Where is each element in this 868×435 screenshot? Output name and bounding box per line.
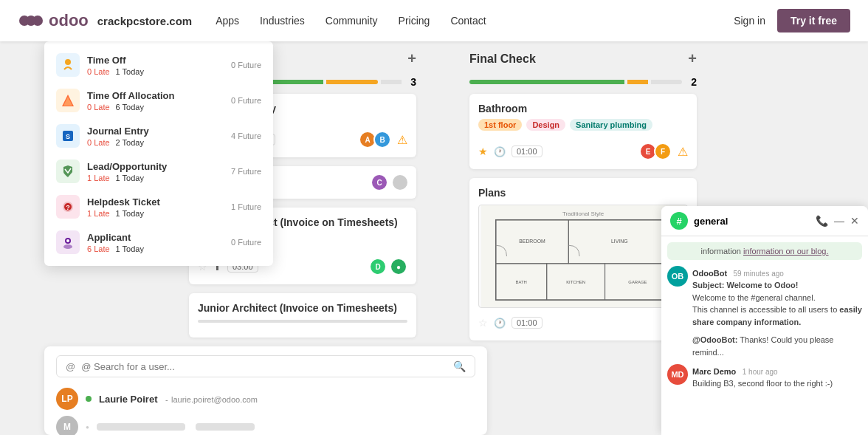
allocation-icon [56,89,80,112]
dropdown-item-allocation[interactable]: Time Off Allocation 0 Late 6 Today 0 Fut… [44,83,273,118]
dropdown-item-journal[interactable]: S Journal Entry 0 Late 2 Today 4 Future [44,118,273,154]
progress-orange [627,80,648,84]
chat-panel: # general 📞 — ✕ information information … [661,206,868,435]
stat-today: 2 Today [116,138,144,147]
progress-empty [381,80,402,84]
tag-design: Design [526,119,565,131]
result-info: Laurie Poiret - laurie.poiret@odoo.com [99,392,258,405]
final-progress-bar: 2 [458,76,709,94]
domain-label: crackpcstore.com [97,15,192,27]
dropdown-item-helpdesk[interactable]: ? Helpdesk Ticket 1 Late 1 Today 1 Futur… [44,189,273,225]
add-card-in-progress[interactable]: + [407,50,416,67]
star-filled-icon[interactable]: ★ [478,145,488,157]
odobot-msg: Subject: Welcome to Odoo! Welcome to the… [692,279,862,328]
journal-icon: S [56,124,80,148]
plans-title: Plans [478,187,688,199]
stat-future: 7 Future [231,167,261,176]
col-header-final: Final Check + [458,41,709,76]
result-name-placeholder [97,423,185,431]
chat-header: # general 📞 — ✕ [661,206,868,236]
stat-today: 1 Today [116,67,144,76]
delivery-controls: C [371,174,407,191]
odobot-subject: Subject: Welcome to Odoo! [692,281,798,290]
online-indicator-2: ● [86,424,89,431]
odobot-msg1: Welcome to the #general channel. [692,293,816,302]
card-bathroom: Bathroom 1st floor Design Sanitary plumb… [469,94,697,169]
search-result-2[interactable]: M ● [56,413,475,435]
item-title: Time Off Allocation [87,90,224,101]
dropdown-info-allocation: Time Off Allocation 0 Late 6 Today [87,90,224,112]
stat-future: 1 Future [231,202,261,211]
signin-button[interactable]: Sign in [734,15,765,27]
logo: odoo [18,7,89,34]
search-result-1[interactable]: LP Laurie Poiret - laurie.poiret@odoo.co… [56,385,475,413]
stat-late: 6 Late [87,244,110,253]
close-icon[interactable]: ✕ [850,215,859,227]
plans-footer: ☆ 🕐 01:00 G [478,314,688,332]
result-email-placeholder [196,423,255,431]
dropdown-info-journal: Journal Entry 0 Late 2 Today [87,126,224,147]
nav-apps[interactable]: Apps [216,15,239,27]
navbar: odoo crackpcstore.com Apps Industries Co… [0,0,868,41]
add-card-final[interactable]: + [688,50,697,67]
minimize-icon[interactable]: — [834,215,844,227]
activity-dropdown: Time Off 0 Late 1 Today 0 Future Time Of… [44,41,273,266]
dropdown-item-applicant[interactable]: Applicant 6 Late 1 Today 0 Future [44,225,273,260]
nav-pricing[interactable]: Pricing [399,15,430,27]
toggle[interactable] [393,175,407,190]
col-count-final: 2 [691,76,697,88]
nav-contact[interactable]: Contact [450,15,486,27]
card-avatars: A B [359,131,391,148]
stat-today: 6 Today [116,103,144,112]
stat-today: 1 Today [116,244,144,253]
odobot-bubble: OdooBot 59 minutes ago Subject: Welcome … [692,266,862,328]
svg-text:BATH: BATH [516,280,527,284]
card-junior-architect: Junior Architect (Invoice on Timesheets) [189,293,416,338]
svg-text:?: ? [66,204,70,211]
search-area: @ 🔍 LP Laurie Poiret - laurie.poiret@odo… [44,346,487,435]
svg-text:BEDROOM: BEDROOM [519,239,545,244]
stat-late: 1 Late [87,209,110,218]
item-title: Helpdesk Ticket [87,196,224,208]
try-free-button[interactable]: Try it free [777,9,850,32]
avatar-bath2: F [654,143,672,160]
plans-clock: 🕐 [494,318,506,329]
plans-star[interactable]: ☆ [478,317,488,329]
nav-industries[interactable]: Industries [260,15,305,27]
chat-channel-name: general [694,216,816,227]
notification-link[interactable]: information on our blog. [743,247,829,256]
marc-bubble: Marc Demo 1 hour ago Building B3, second… [692,364,862,390]
svg-text:GARAGE: GARAGE [628,280,647,284]
svg-point-2 [26,16,36,26]
online-indicator [86,396,92,402]
chat-notification: information information on our blog. [667,242,862,260]
lead-icon [56,160,80,183]
dropdown-item-time-off[interactable]: Time Off 0 Late 1 Today 0 Future [44,47,273,83]
dropdown-info-lead: Lead/Opportunity 1 Late 1 Today [87,161,224,182]
chat-msg-odobot2: @OdooBot: Thanks! Could you please remin… [667,334,862,358]
result-separator: - [165,395,168,404]
avatar-2: B [373,131,391,148]
search-bar[interactable]: @ 🔍 [56,355,475,377]
warning-icon-bath: ⚠ [678,145,688,159]
nav-community[interactable]: Community [326,15,378,27]
search-input[interactable] [81,361,447,372]
odobot2-sender: @OdooBot: [692,335,737,344]
col-title-final: Final Check [469,52,536,66]
stat-today: 1 Today [116,174,144,182]
chat-body: information information on our blog. OB … [661,236,868,435]
result-avatar-1: LP [56,388,78,410]
result-name: Laurie Poiret [99,394,157,405]
stat-late: 0 Late [87,138,110,147]
card-progress [198,320,407,323]
phone-icon[interactable]: 📞 [816,215,828,227]
progress-orange [326,80,378,84]
dropdown-item-lead[interactable]: Lead/Opportunity 1 Late 1 Today 7 Future [44,154,273,189]
nav-links: Apps Industries Community Pricing Contac… [216,15,734,27]
blueprint-svg: Traditional Style BEDROOM [479,205,687,307]
marc-msg: Building B3, second floor to the right :… [692,377,862,390]
applicant-icon [56,230,80,254]
item-title: Applicant [87,232,224,243]
warning-icon: ⚠ [397,133,407,147]
item-stats: 6 Late 1 Today [87,244,224,253]
